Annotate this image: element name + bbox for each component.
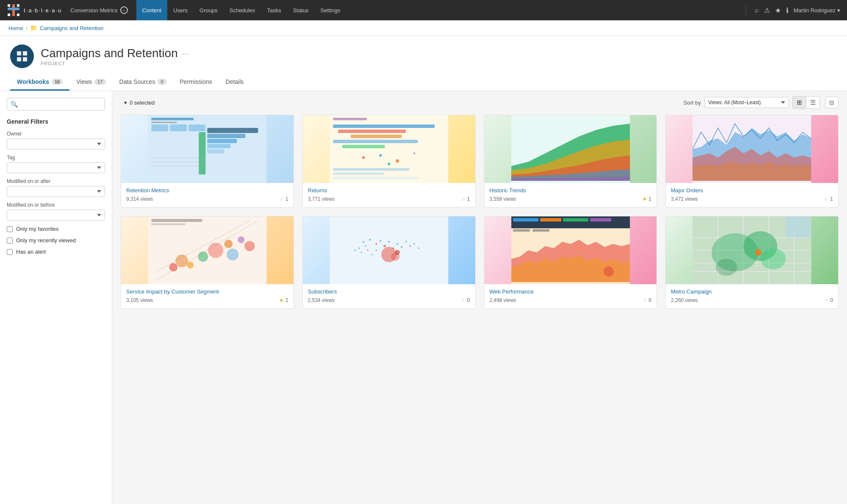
card-fav-metro-campaign[interactable]: ☆ 0 — [824, 297, 833, 303]
info-icon[interactable]: ℹ — [786, 6, 789, 14]
user-menu[interactable]: Martin Rodriguez ▾ — [794, 7, 840, 14]
svg-rect-14 — [170, 125, 187, 131]
svg-point-86 — [413, 243, 415, 245]
favorites-icon[interactable]: ★ — [775, 6, 781, 14]
modified-after-select[interactable] — [7, 186, 105, 197]
card-fav-historic-trends[interactable]: ★ 1 — [642, 196, 652, 202]
modified-before-label: Modified on or before — [7, 202, 105, 208]
card-fav-service-impact[interactable]: ★ 2 — [279, 297, 288, 303]
sidebar: 🔍 General Filters Owner Tag Modified on … — [0, 91, 112, 504]
tab-workbooks-count: 16 — [52, 79, 63, 85]
workbook-card-subscribers[interactable]: Subscribers 2,534 views ☆ 0 — [302, 216, 476, 309]
has-alert-row[interactable]: Has an alert — [7, 249, 105, 255]
svg-rect-17 — [207, 134, 245, 138]
svg-point-65 — [363, 241, 364, 243]
card-meta-major-orders: 3,472 views ☆ 1 — [671, 196, 833, 202]
workbook-card-web-performance[interactable]: Web Performance 2,498 views ☆ 0 — [484, 216, 657, 309]
svg-point-53 — [169, 263, 177, 271]
card-info-metro-campaign: Metro Campaign 2,260 views ☆ 0 — [666, 284, 838, 308]
search-icon[interactable]: ⌕ — [755, 6, 759, 14]
svg-point-56 — [198, 252, 208, 262]
svg-point-59 — [227, 249, 238, 260]
list-view-button[interactable]: ☰ — [806, 97, 819, 108]
card-title-major-orders[interactable]: Major Orders — [671, 187, 833, 194]
search-input[interactable] — [20, 101, 101, 108]
project-ellipsis-menu[interactable]: ··· — [182, 49, 189, 58]
only-recently-viewed-checkbox[interactable] — [7, 238, 13, 244]
card-title-web-performance[interactable]: Web Performance — [490, 288, 652, 295]
card-title-historic-trends[interactable]: Historic Trends — [490, 187, 652, 194]
tab-details[interactable]: Details — [219, 74, 251, 91]
card-title-service-impact[interactable]: Service Impact by Customer Segment — [126, 288, 288, 295]
card-fav-major-orders[interactable]: ☆ 1 — [824, 196, 833, 202]
card-info-subscribers: Subscribers 2,534 views ☆ 0 — [303, 284, 475, 308]
fav-count-major-orders: 1 — [830, 196, 833, 202]
svg-rect-4 — [8, 14, 10, 16]
svg-point-82 — [371, 254, 373, 255]
card-views-subscribers: 2,534 views — [308, 297, 335, 303]
card-title-subscribers[interactable]: Subscribers — [308, 288, 470, 295]
workbook-card-service-impact[interactable]: Service Impact by Customer Segment 3,105… — [121, 216, 294, 309]
card-title-metro-campaign[interactable]: Metro Campaign — [671, 288, 833, 295]
star-icon-service-impact: ★ — [279, 297, 284, 303]
only-favorites-row[interactable]: Only my favorites — [7, 226, 105, 232]
only-recently-viewed-row[interactable]: Only my recently viewed — [7, 237, 105, 244]
card-views-retention-metrics: 9,314 views — [126, 196, 153, 202]
svg-rect-6 — [17, 51, 21, 55]
tab-permissions[interactable]: Permissions — [173, 74, 219, 91]
nav-link-schedules[interactable]: Schedules — [224, 0, 261, 20]
owner-select[interactable] — [7, 138, 105, 150]
svg-rect-26 — [333, 118, 367, 120]
card-fav-web-performance[interactable]: ☆ 0 — [642, 297, 652, 303]
card-fav-returns[interactable]: ☆ 1 — [461, 196, 470, 202]
nav-link-status[interactable]: Status — [287, 0, 315, 20]
svg-point-69 — [383, 245, 386, 247]
svg-rect-21 — [199, 132, 205, 174]
svg-point-98 — [603, 266, 614, 277]
project-header: Campaigns and Retention ··· PROJECT Work… — [0, 36, 847, 91]
modified-before-select[interactable] — [7, 210, 105, 221]
general-filters-title: General Filters — [7, 118, 105, 125]
workbook-card-major-orders[interactable]: Major Orders 3,472 views ☆ 1 — [665, 115, 839, 208]
tab-data-sources-count: 0 — [158, 79, 166, 85]
nav-workbook-name[interactable]: Conversion Metrics ○ — [70, 6, 127, 14]
has-alert-checkbox[interactable] — [7, 249, 13, 255]
svg-point-87 — [418, 247, 419, 249]
selected-arrow: ▾ — [124, 100, 127, 106]
workbook-card-historic-trends[interactable]: Historic Trends 3,558 views ★ 1 — [484, 115, 657, 208]
filter-options-button[interactable]: ⊟ — [825, 97, 839, 108]
logo[interactable]: t·a·b·l·e·a·u — [7, 3, 62, 17]
search-box[interactable]: 🔍 — [7, 98, 105, 111]
card-title-retention-metrics[interactable]: Retention Metrics — [126, 187, 288, 194]
card-fav-subscribers[interactable]: ☆ 0 — [461, 297, 470, 303]
fav-count-service-impact: 2 — [285, 297, 288, 303]
nav-link-content[interactable]: Content — [136, 0, 168, 20]
alert-icon[interactable]: ⚠ — [764, 6, 770, 14]
workbook-card-metro-campaign[interactable]: Metro Campaign 2,260 views ☆ 0 — [665, 216, 839, 309]
grid-view-button[interactable]: ⊞ — [793, 97, 806, 108]
card-thumbnail-service-impact — [121, 216, 293, 284]
tab-data-sources[interactable]: Data Sources 0 — [113, 74, 173, 91]
tab-workbooks[interactable]: Workbooks 16 — [10, 74, 69, 91]
nav-link-users[interactable]: Users — [167, 0, 194, 20]
tab-views[interactable]: Views 17 — [69, 74, 112, 91]
svg-rect-15 — [188, 125, 205, 131]
breadcrumb-home[interactable]: Home — [8, 25, 23, 31]
card-title-returns[interactable]: Returns — [308, 187, 470, 194]
svg-rect-62 — [151, 219, 202, 222]
svg-rect-12 — [151, 122, 177, 123]
workbook-card-returns[interactable]: Returns 3,771 views ☆ 1 — [302, 115, 476, 208]
selected-button[interactable]: ▾ 0 selected — [121, 98, 158, 108]
nav-link-settings[interactable]: Settings — [315, 0, 346, 20]
nav-link-tasks[interactable]: Tasks — [261, 0, 287, 20]
breadcrumb-project[interactable]: Campaigns and Retention — [40, 25, 103, 31]
svg-rect-20 — [207, 149, 224, 153]
sort-select[interactable]: Views: All (Most–Least) Views: All (Leas… — [704, 97, 789, 108]
only-favorites-checkbox[interactable] — [7, 226, 13, 232]
tag-select[interactable] — [7, 162, 105, 173]
card-fav-retention-metrics[interactable]: ☆ 1 — [279, 196, 288, 202]
fav-count-web-performance: 0 — [649, 297, 652, 303]
nav-link-groups[interactable]: Groups — [194, 0, 224, 20]
has-alert-label: Has an alert — [16, 249, 46, 255]
workbook-card-retention-metrics[interactable]: Retention Metrics 9,314 views ☆ 1 — [121, 115, 294, 208]
